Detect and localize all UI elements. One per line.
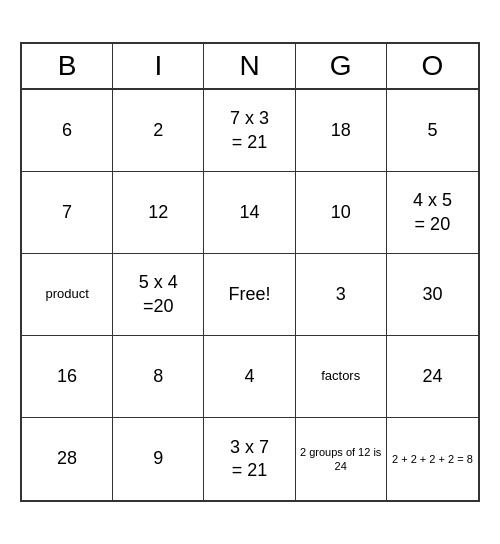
bingo-cell: product	[22, 254, 113, 336]
bingo-cell: 10	[296, 172, 387, 254]
bingo-cell: 7	[22, 172, 113, 254]
bingo-header-letter: O	[387, 44, 478, 88]
bingo-header-letter: B	[22, 44, 113, 88]
bingo-cell: 14	[204, 172, 295, 254]
bingo-cell: 16	[22, 336, 113, 418]
bingo-cell: 4	[204, 336, 295, 418]
bingo-cell: 8	[113, 336, 204, 418]
bingo-cell: 30	[387, 254, 478, 336]
bingo-header: BINGO	[22, 44, 478, 90]
bingo-cell: 2 groups of 12 is 24	[296, 418, 387, 500]
bingo-cell: 4 x 5= 20	[387, 172, 478, 254]
bingo-cell: 5 x 4=20	[113, 254, 204, 336]
bingo-cell: 2 + 2 + 2 + 2 = 8	[387, 418, 478, 500]
bingo-cell: 7 x 3= 21	[204, 90, 295, 172]
bingo-header-letter: I	[113, 44, 204, 88]
bingo-grid: 627 x 3= 2118571214104 x 5= 20product5 x…	[22, 90, 478, 500]
bingo-cell: 2	[113, 90, 204, 172]
bingo-cell: factors	[296, 336, 387, 418]
bingo-cell: Free!	[204, 254, 295, 336]
bingo-cell: 12	[113, 172, 204, 254]
bingo-cell: 24	[387, 336, 478, 418]
bingo-header-letter: G	[296, 44, 387, 88]
bingo-cell: 3 x 7= 21	[204, 418, 295, 500]
bingo-cell: 6	[22, 90, 113, 172]
bingo-header-letter: N	[204, 44, 295, 88]
bingo-cell: 9	[113, 418, 204, 500]
bingo-cell: 18	[296, 90, 387, 172]
bingo-cell: 3	[296, 254, 387, 336]
bingo-cell: 28	[22, 418, 113, 500]
bingo-card: BINGO 627 x 3= 2118571214104 x 5= 20prod…	[20, 42, 480, 502]
bingo-cell: 5	[387, 90, 478, 172]
